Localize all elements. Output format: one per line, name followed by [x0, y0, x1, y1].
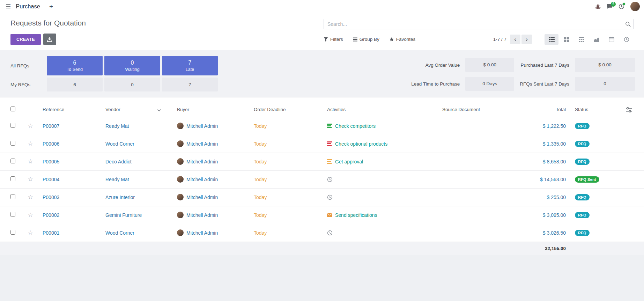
tasks-icon[interactable]	[327, 141, 332, 146]
column-header-buyer[interactable]: Buyer	[173, 102, 250, 117]
column-header-total[interactable]: Total	[526, 102, 571, 117]
column-header-order-deadline[interactable]: Order Deadline	[250, 102, 324, 117]
pager-value[interactable]: 1-7 / 7	[493, 37, 506, 42]
clock-icon[interactable]	[327, 194, 333, 200]
tile-late[interactable]: 7 Late	[162, 56, 218, 75]
vendor-link[interactable]: Wood Corner	[105, 141, 134, 147]
download-button[interactable]	[43, 34, 56, 45]
total-amount: $ 14,563.00	[540, 177, 566, 182]
buyer-link[interactable]: Mitchell Admin	[186, 123, 218, 129]
clock-icon[interactable]	[327, 177, 333, 182]
buyer-link[interactable]: Mitchell Admin	[186, 194, 218, 200]
view-switch-activity[interactable]	[620, 34, 634, 45]
activities-button[interactable]	[619, 3, 624, 9]
activity-label[interactable]: Send specifications	[335, 212, 377, 218]
table-row[interactable]: ☆ P00001 Wood Corner Mitchell Admin Toda…	[0, 224, 644, 242]
messages-button[interactable]: 5	[607, 4, 613, 9]
view-switch-pivot[interactable]	[575, 34, 589, 45]
view-switch-kanban[interactable]	[560, 34, 573, 45]
buyer-link[interactable]: Mitchell Admin	[186, 159, 218, 164]
vendor-link[interactable]: Azure Interior	[105, 194, 135, 200]
favorite-star-icon[interactable]: ☆	[28, 176, 33, 183]
view-switch-calendar[interactable]	[605, 34, 619, 45]
buyer-link[interactable]: Mitchell Admin	[186, 212, 218, 218]
table-row[interactable]: ☆ P00006 Wood Corner Mitchell Admin Toda…	[0, 135, 644, 153]
reference-link[interactable]: P00004	[43, 177, 59, 182]
table-row[interactable]: ☆ P00004 Ready Mat Mitchell Admin Today …	[0, 170, 644, 188]
vendor-link[interactable]: Deco Addict	[105, 159, 132, 164]
search-icon[interactable]	[625, 21, 631, 27]
reference-link[interactable]: P00001	[43, 230, 59, 236]
table-row[interactable]: ☆ P00002 Gemini Furniture Mitchell Admin…	[0, 206, 644, 224]
row-checkbox[interactable]	[10, 212, 15, 217]
kpi-label-purchased-last-7-days: Purchased Last 7 Days	[520, 63, 569, 68]
vendor-link[interactable]: Ready Mat	[105, 177, 129, 182]
column-header-status[interactable]: Status	[571, 102, 613, 117]
my-waiting-count[interactable]: 0	[104, 78, 160, 91]
debug-button[interactable]	[595, 4, 601, 9]
search-input[interactable]	[324, 19, 634, 29]
column-header-source-document[interactable]: Source Document	[439, 102, 526, 117]
tasks-icon[interactable]	[327, 124, 332, 128]
table-header-row: Reference Vendor Buyer Order Deadline Ac…	[0, 102, 644, 117]
list-view-icon	[549, 37, 555, 42]
row-checkbox[interactable]	[10, 176, 15, 181]
reference-link[interactable]: P00006	[43, 141, 59, 147]
favorite-star-icon[interactable]: ☆	[28, 194, 33, 200]
activity-label[interactable]: Check competitors	[335, 123, 376, 129]
envelope-icon[interactable]	[327, 213, 332, 217]
activity-label[interactable]: Get approval	[335, 159, 363, 164]
tile-waiting[interactable]: 0 Waiting	[104, 56, 160, 75]
favorite-star-icon[interactable]: ☆	[28, 229, 33, 236]
row-checkbox[interactable]	[10, 123, 15, 128]
table-row[interactable]: ☆ P00003 Azure Interior Mitchell Admin T…	[0, 188, 644, 206]
column-header-vendor[interactable]: Vendor	[102, 102, 173, 117]
row-checkbox[interactable]	[10, 194, 15, 199]
menu-icon[interactable]: ☰	[6, 3, 11, 10]
favorite-star-icon[interactable]: ☆	[28, 212, 33, 218]
to-send-label: To Send	[67, 67, 83, 72]
table-row[interactable]: ☆ P00005 Deco Addict Mitchell Admin Toda…	[0, 153, 644, 170]
plus-icon[interactable]: +	[49, 3, 53, 10]
column-header-reference[interactable]: Reference	[39, 102, 102, 117]
view-switch-list[interactable]	[545, 34, 558, 45]
favorite-star-icon[interactable]: ☆	[28, 123, 33, 129]
create-button[interactable]: CREATE	[10, 34, 41, 45]
reference-link[interactable]: P00007	[43, 123, 59, 129]
group-by-button[interactable]: Group By	[353, 37, 379, 42]
my-to-send-count[interactable]: 6	[47, 78, 103, 91]
row-checkbox[interactable]	[10, 159, 15, 163]
buyer-link[interactable]: Mitchell Admin	[186, 230, 218, 236]
view-switch-graph[interactable]	[590, 34, 604, 45]
vendor-link[interactable]: Gemini Furniture	[105, 212, 142, 218]
download-icon	[47, 37, 52, 42]
column-header-activities[interactable]: Activities	[324, 102, 439, 117]
my-late-count[interactable]: 7	[162, 78, 218, 91]
adjust-columns-icon[interactable]	[626, 107, 632, 112]
activity-label[interactable]: Check optional products	[335, 141, 387, 147]
reference-link[interactable]: P00005	[43, 159, 59, 164]
user-avatar[interactable]	[630, 2, 640, 11]
waiting-label: Waiting	[125, 67, 139, 72]
favorite-star-icon[interactable]: ☆	[28, 158, 33, 165]
tasks-icon[interactable]	[327, 159, 332, 164]
app-menu-button[interactable]: Purchase	[16, 3, 40, 10]
table-row[interactable]: ☆ P00007 Ready Mat Mitchell Admin Today …	[0, 117, 644, 135]
select-all-checkbox[interactable]	[10, 107, 15, 111]
favorites-button[interactable]: Favorites	[389, 37, 416, 42]
purchase-kpis: Avg Order Value $ 0.00 Purchased Last 7 …	[411, 58, 635, 91]
buyer-link[interactable]: Mitchell Admin	[186, 141, 218, 147]
filters-button[interactable]: Filters	[324, 37, 343, 42]
row-checkbox[interactable]	[10, 230, 15, 235]
vendor-link[interactable]: Ready Mat	[105, 123, 129, 129]
vendor-link[interactable]: Wood Corner	[105, 230, 134, 236]
buyer-link[interactable]: Mitchell Admin	[186, 177, 218, 182]
clock-icon[interactable]	[327, 230, 333, 236]
pager-next-button[interactable]: ›	[521, 35, 532, 44]
reference-link[interactable]: P00003	[43, 194, 59, 200]
row-checkbox[interactable]	[10, 141, 15, 146]
tile-to-send[interactable]: 6 To Send	[47, 56, 103, 75]
favorite-star-icon[interactable]: ☆	[28, 140, 33, 147]
reference-link[interactable]: P00002	[43, 212, 59, 218]
pager-previous-button[interactable]: ‹	[510, 35, 520, 44]
